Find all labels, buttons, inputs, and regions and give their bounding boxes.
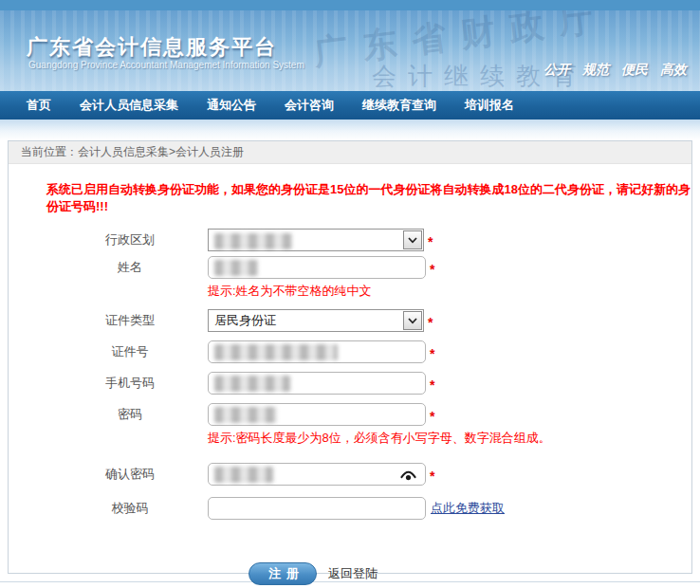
confirm-password-redacted-value [214,467,273,483]
site-subtitle: Guangdong Province Accountant Managemet … [28,60,304,70]
site-header: 广东省财政厅 会计继续教育 广东省会计信息服务平台 Guangdong Prov… [0,10,700,91]
form-actions: 注册 返回登陆 [249,562,691,585]
nav-item-notices[interactable]: 通知公告 [207,97,256,114]
confirm-password-label: 确认密码 [64,466,196,483]
form-row-name: 姓名 * [9,255,691,280]
get-captcha-link[interactable]: 点此免费获取 [431,500,505,517]
password-input[interactable] [208,403,426,426]
password-label: 密码 [64,406,196,423]
main-nav: 首页 会计人员信息采集 通知公告 会计咨询 继续教育查询 培训报名 [0,91,700,119]
captcha-input[interactable] [208,497,426,520]
chevron-down-icon[interactable] [403,311,422,330]
required-asterisk: * [430,409,434,424]
id-type-label: 证件类型 [64,312,196,329]
region-select[interactable] [208,229,424,251]
register-button[interactable]: 注册 [249,562,317,585]
required-asterisk: * [430,377,434,393]
required-asterisk: * [428,315,433,330]
mobile-redacted-value [214,376,290,392]
form-row-id-number: 证件号 * [9,340,691,364]
mobile-input[interactable] [208,372,426,395]
breadcrumb-label: 当前位置： [21,145,78,158]
slogan-open: 公开 [543,62,570,79]
password-reveal-eye-icon[interactable] [400,469,416,482]
required-asterisk: * [430,262,434,277]
confirm-password-input[interactable] [208,463,426,486]
required-asterisk: * [428,234,433,249]
name-redacted-value [214,260,258,276]
breadcrumb: 当前位置：会计人员信息采集>会计人员注册 [9,141,691,164]
form-row-id-type: 证件类型 居民身份证 * [9,308,691,333]
nav-item-home[interactable]: 首页 [27,97,51,114]
id-type-select[interactable]: 居民身份证 [208,309,424,332]
name-hint: 提示:姓名为不带空格的纯中文 [208,283,691,300]
form-row-password: 密码 * [9,402,691,427]
form-row-region: 行政区划 * [9,228,691,252]
name-input[interactable] [208,256,426,279]
region-label: 行政区划 [64,231,196,248]
region-redacted-value [214,233,292,249]
id-number-input[interactable] [208,340,426,363]
top-strip [0,0,700,10]
nav-fade [0,119,700,140]
id-number-label: 证件号 [64,343,196,360]
id-conversion-notice: 系统已启用自动转换身份证功能，如果您的身份证是15位的一代身份证将自动转换成18… [46,181,691,215]
mobile-label: 手机号码 [64,375,196,392]
id-number-redacted-value [214,344,338,360]
nav-item-info-collection[interactable]: 会计人员信息采集 [80,97,178,114]
name-label: 姓名 [64,259,196,276]
password-redacted-value [214,407,277,423]
site-title: 广东省会计信息服务平台 [27,33,277,62]
back-to-login-link[interactable]: 返回登陆 [328,565,378,582]
content-box: 当前位置：会计人员信息采集>会计人员注册 系统已启用自动转换身份证功能，如果您的… [8,140,692,574]
captcha-label: 校验码 [64,500,196,517]
breadcrumb-path: 会计人员信息采集>会计人员注册 [78,145,244,158]
header-slogans: 公开 规范 便民 高效 [543,62,687,79]
page: 广东省财政厅 会计继续教育 广东省会计信息服务平台 Guangdong Prov… [0,0,700,588]
slogan-convenient: 便民 [621,62,648,79]
nav-item-continuing-education[interactable]: 继续教育查询 [362,97,436,114]
id-type-selected-value: 居民身份证 [214,312,276,329]
chevron-down-icon[interactable] [403,230,422,249]
required-asterisk: * [430,346,434,361]
form-row-confirm-password: 确认密码 * [9,462,691,487]
slogan-efficient: 高效 [660,62,687,79]
form-row-captcha: 校验码 点此免费获取 [9,496,691,521]
nav-item-consulting[interactable]: 会计咨询 [285,97,334,114]
registration-form: 系统已启用自动转换身份证功能，如果您的身份证是15位的一代身份证将自动转换成18… [9,164,691,585]
nav-item-training[interactable]: 培训报名 [465,97,514,114]
slogan-standard: 规范 [582,62,609,79]
form-row-mobile: 手机号码 * [9,371,691,395]
password-hint: 提示:密码长度最少为8位，必须含有小写字母、数字混合组成。 [208,430,691,447]
required-asterisk: * [430,469,434,484]
